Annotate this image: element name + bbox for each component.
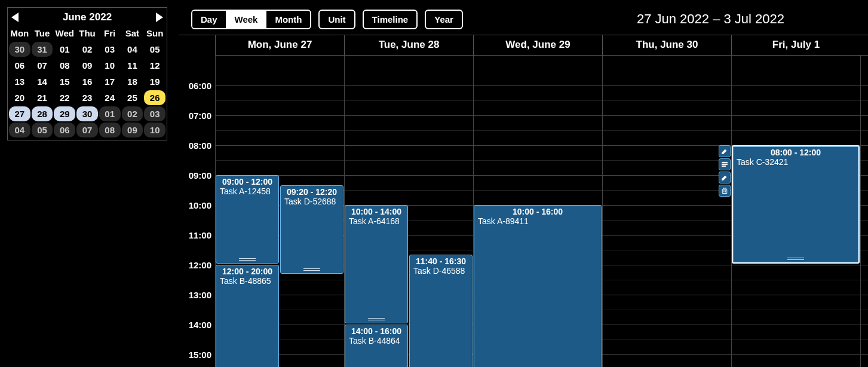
- view-unit-button[interactable]: Unit: [318, 10, 355, 29]
- mini-calendar-day[interactable]: 13: [9, 74, 30, 89]
- calendar-event[interactable]: 10:00 - 16:00Task A-89411: [474, 205, 602, 367]
- mini-calendar-day[interactable]: 10: [99, 58, 121, 73]
- mini-calendar-day[interactable]: 29: [54, 106, 75, 121]
- day-header: Fri, July 1: [731, 35, 860, 55]
- mini-calendar-day[interactable]: 25: [122, 90, 143, 105]
- time-label: 15:00: [189, 350, 211, 360]
- event-resize-handle[interactable]: [368, 318, 385, 321]
- mini-calendar-day[interactable]: 01: [54, 42, 75, 57]
- day-header: Mon, June 27: [215, 35, 344, 55]
- event-action-toolbar: [719, 145, 731, 197]
- mini-calendar-day[interactable]: 11: [122, 58, 143, 73]
- time-label: 12:00: [189, 260, 211, 270]
- view-day-button[interactable]: Day: [192, 11, 226, 28]
- mini-calendar-day[interactable]: 05: [144, 42, 165, 57]
- view-year-button[interactable]: Year: [425, 10, 463, 29]
- event-time: 10:00 - 14:00: [345, 206, 407, 216]
- event-resize-handle[interactable]: [239, 258, 256, 261]
- mini-calendar-day[interactable]: 03: [99, 42, 121, 57]
- mini-calendar-day[interactable]: 07: [76, 123, 98, 137]
- mini-calendar-day[interactable]: 14: [32, 74, 53, 89]
- event-title: Task B-44864: [345, 336, 407, 347]
- mini-calendar-day[interactable]: 10: [144, 123, 165, 137]
- view-week-button[interactable]: Week: [226, 11, 267, 28]
- mini-calendar-day[interactable]: 02: [122, 106, 143, 121]
- edit-icon[interactable]: [719, 145, 731, 157]
- time-label: 06:00: [189, 81, 211, 91]
- calendar-event[interactable]: 08:00 - 12:00Task C-32421: [732, 145, 860, 264]
- time-label: 08:00: [189, 140, 211, 151]
- toolbar: DayWeekMonth UnitTimelineYear 27 Jun 202…: [191, 8, 862, 30]
- mini-calendar-dow: Mon: [9, 27, 30, 41]
- event-resize-handle[interactable]: [303, 268, 320, 271]
- mini-calendar-day[interactable]: 28: [32, 106, 53, 121]
- mini-calendar-day[interactable]: 12: [144, 58, 165, 73]
- event-time: 14:00 - 16:00: [345, 325, 407, 336]
- mini-calendar: June 2022 MonTueWedThuFriSatSun 30310102…: [7, 7, 167, 140]
- time-label: 07:00: [189, 111, 211, 121]
- mini-calendar-day[interactable]: 09: [122, 123, 143, 137]
- mini-calendar-day[interactable]: 26: [144, 90, 165, 105]
- mini-calendar-day[interactable]: 05: [32, 123, 53, 137]
- mini-calendar-day[interactable]: 24: [99, 90, 121, 105]
- calendar-event[interactable]: 12:00 - 20:00Task B-48865: [216, 265, 279, 367]
- mini-calendar-dow: Fri: [99, 27, 121, 41]
- pencil-icon[interactable]: [719, 172, 731, 184]
- trash-icon[interactable]: [719, 185, 731, 197]
- prev-month-button[interactable]: [11, 13, 19, 22]
- event-time: 08:00 - 12:00: [733, 146, 858, 157]
- event-title: Task C-32421: [733, 157, 858, 168]
- mini-calendar-day[interactable]: 04: [9, 123, 30, 137]
- mini-calendar-day[interactable]: 08: [99, 123, 121, 137]
- details-icon[interactable]: [719, 158, 731, 170]
- mini-calendar-day[interactable]: 06: [54, 123, 75, 137]
- calendar-event[interactable]: 09:20 - 12:20Task D-52688: [280, 185, 343, 274]
- time-label: 13:00: [189, 290, 211, 300]
- time-label: 10:00: [189, 200, 211, 210]
- time-label: 14:00: [189, 320, 211, 330]
- mini-calendar-day[interactable]: 08: [54, 58, 75, 73]
- mini-calendar-day[interactable]: 06: [9, 58, 30, 73]
- view-month-button[interactable]: Month: [266, 11, 310, 28]
- mini-calendar-day[interactable]: 15: [54, 74, 75, 89]
- event-resize-handle[interactable]: [787, 258, 804, 261]
- svg-rect-2: [722, 166, 726, 167]
- event-time: 09:20 - 12:20: [281, 186, 343, 197]
- mini-calendar-day[interactable]: 18: [122, 74, 143, 89]
- date-range-label: 27 Jun 2022 – 3 Jul 2022: [637, 11, 784, 27]
- mini-calendar-day[interactable]: 30: [76, 106, 98, 121]
- event-title: Task D-46588: [410, 266, 472, 277]
- mini-calendar-day[interactable]: 02: [76, 42, 98, 57]
- mini-calendar-day[interactable]: 30: [9, 42, 30, 57]
- calendar-event[interactable]: 09:00 - 12:00Task A-12458: [216, 175, 279, 264]
- mini-calendar-day[interactable]: 01: [99, 106, 121, 121]
- view-mode-group: DayWeekMonth: [191, 10, 311, 29]
- mini-calendar-day[interactable]: 21: [32, 90, 53, 105]
- mini-calendar-day[interactable]: 31: [32, 42, 53, 57]
- event-time: 09:00 - 12:00: [216, 176, 278, 186]
- event-title: Task A-89411: [474, 216, 601, 227]
- svg-rect-0: [722, 162, 728, 163]
- mini-calendar-dow: Sat: [122, 27, 143, 41]
- mini-calendar-day[interactable]: 04: [122, 42, 143, 57]
- mini-calendar-day[interactable]: 27: [9, 106, 30, 121]
- calendar-event[interactable]: 14:00 - 16:00Task B-44864: [345, 325, 408, 367]
- day-header: Thu, June 30: [602, 35, 731, 55]
- mini-calendar-day[interactable]: 17: [99, 74, 121, 89]
- view-timeline-button[interactable]: Timeline: [363, 10, 418, 29]
- calendar-event[interactable]: 10:00 - 14:00Task A-64168: [345, 205, 408, 323]
- mini-calendar-day[interactable]: 09: [76, 58, 98, 73]
- event-title: Task A-64168: [345, 216, 407, 227]
- next-month-button[interactable]: [156, 13, 163, 22]
- mini-calendar-day[interactable]: 22: [54, 90, 75, 105]
- event-time: 12:00 - 20:00: [216, 265, 278, 276]
- time-label: 11:00: [189, 230, 211, 240]
- event-time: 11:40 - 16:30: [410, 255, 472, 266]
- mini-calendar-day[interactable]: 03: [144, 106, 165, 121]
- mini-calendar-day[interactable]: 23: [76, 90, 98, 105]
- mini-calendar-day[interactable]: 07: [32, 58, 53, 73]
- mini-calendar-day[interactable]: 16: [76, 74, 98, 89]
- mini-calendar-day[interactable]: 20: [9, 90, 30, 105]
- calendar-event[interactable]: 11:40 - 16:30Task D-46588: [409, 255, 473, 367]
- mini-calendar-day[interactable]: 19: [144, 74, 165, 89]
